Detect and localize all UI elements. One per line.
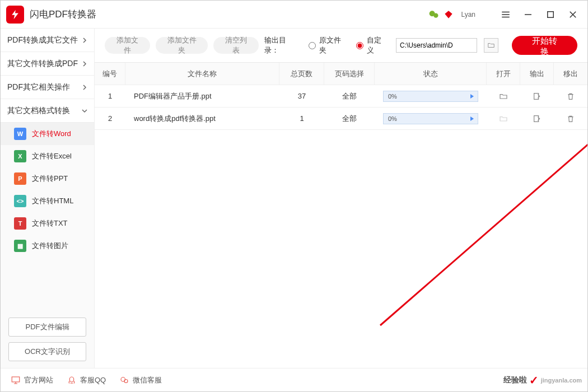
wechat-icon[interactable]	[428, 9, 440, 20]
cell-status: 0%	[375, 85, 487, 107]
export-icon[interactable]	[531, 113, 543, 124]
sidebar-item-label: 文件转HTML	[32, 196, 73, 206]
sidebar-item-label: 文件转Word	[32, 129, 71, 139]
sidebar-cat-other-formats[interactable]: 其它文档格式转换	[1, 99, 94, 123]
svg-rect-2	[548, 11, 554, 17]
ocr-button[interactable]: OCR文字识别	[8, 342, 86, 361]
lightning-icon	[10, 9, 21, 20]
file-table: 编号 文件名称 总页数 页码选择 状态 打开 输出 移出 1 PDF编辑器产品手…	[95, 62, 587, 130]
output-dir-label: 输出目录：	[264, 35, 298, 55]
svg-point-7	[124, 379, 128, 382]
delete-icon[interactable]	[565, 91, 576, 102]
play-icon[interactable]	[466, 91, 478, 102]
sidebar-item-to-ppt[interactable]: P 文件转PPT	[1, 167, 94, 190]
footer: 官方网站 客服QQ 微信客服	[1, 368, 587, 391]
col-remove: 移出	[554, 63, 587, 85]
excel-icon: X	[14, 150, 26, 162]
export-icon[interactable]	[531, 91, 543, 102]
svg-point-5	[69, 377, 74, 382]
col-status: 状态	[375, 63, 487, 85]
sidebar-cat-label: PDF其它相关操作	[7, 82, 70, 92]
chevron-right-icon	[82, 61, 87, 67]
sidebar-item-to-txt[interactable]: T 文件转TXT	[1, 212, 94, 235]
official-site-link[interactable]: 官方网站	[11, 375, 53, 385]
app-window: 闪电PDF转换器 Lyan PDF转换成其它文件 其它文件转换成PDF PDF其…	[0, 0, 588, 392]
footer-link-label: 官方网站	[24, 375, 53, 385]
qq-support-link[interactable]: 客服QQ	[67, 375, 106, 385]
add-folder-button[interactable]: 添加文件夹	[156, 37, 208, 54]
col-id: 编号	[95, 63, 125, 85]
word-icon: W	[14, 128, 26, 140]
progress-bar[interactable]: 0%	[383, 91, 478, 102]
title-bar: 闪电PDF转换器 Lyan	[1, 1, 587, 29]
vip-icon[interactable]	[444, 10, 453, 19]
col-open: 打开	[487, 63, 520, 85]
radio-original-folder[interactable]: 原文件夹	[309, 35, 346, 55]
cell-page-select[interactable]: 全部	[324, 85, 375, 107]
sidebar-cat-pdf-ops[interactable]: PDF其它相关操作	[1, 76, 94, 99]
sidebar-item-to-image[interactable]: ▦ 文件转图片	[1, 235, 94, 257]
annotation-arrow	[363, 101, 587, 337]
open-folder-icon	[498, 113, 509, 124]
table-header: 编号 文件名称 总页数 页码选择 状态 打开 输出 移出	[95, 63, 587, 85]
sidebar-item-to-html[interactable]: <> 文件转HTML	[1, 190, 94, 212]
cell-id: 2	[95, 108, 125, 129]
add-file-button[interactable]: 添加文件	[105, 37, 150, 54]
txt-icon: T	[14, 217, 26, 230]
sidebar-item-to-word[interactable]: W 文件转Word	[1, 123, 94, 145]
open-folder-icon[interactable]	[498, 91, 509, 102]
output-path-input[interactable]	[396, 38, 477, 53]
chevron-down-icon	[82, 108, 87, 114]
cell-id: 1	[95, 85, 125, 107]
cell-pages: 1	[279, 108, 324, 129]
ppt-icon: P	[14, 172, 26, 185]
title-actions: Lyan	[428, 6, 582, 24]
delete-icon[interactable]	[565, 113, 576, 124]
svg-line-3	[380, 106, 587, 325]
pdf-edit-button[interactable]: PDF文件编辑	[8, 318, 86, 337]
svg-point-1	[434, 13, 438, 17]
footer-link-label: 客服QQ	[80, 375, 106, 385]
monitor-icon	[11, 375, 21, 385]
cell-page-select[interactable]: 全部	[324, 108, 375, 129]
check-icon: ✓	[529, 374, 539, 387]
progress-bar[interactable]: 0%	[383, 113, 478, 124]
sidebar: PDF转换成其它文件 其它文件转换成PDF PDF其它相关操作 其它文档格式转换…	[1, 29, 95, 368]
sidebar-cat-label: PDF转换成其它文件	[7, 35, 78, 45]
app-title: 闪电PDF转换器	[30, 8, 96, 21]
sidebar-item-label: 文件转PPT	[32, 174, 68, 184]
browse-folder-button[interactable]	[484, 38, 499, 53]
qq-icon	[67, 375, 77, 385]
cell-filename: word转换成pdf转换器.ppt	[125, 108, 279, 129]
sidebar-cat-pdf-to-other[interactable]: PDF转换成其它文件	[1, 29, 94, 52]
progress-text: 0%	[388, 115, 397, 122]
sidebar-cat-other-to-pdf[interactable]: 其它文件转换成PDF	[1, 52, 94, 76]
col-page-select: 页码选择	[324, 63, 375, 85]
svg-rect-4	[12, 377, 20, 382]
minimize-button[interactable]	[519, 6, 537, 24]
toolbar: 添加文件 添加文件夹 清空列表 输出目录： 原文件夹 自定义 开始转换	[95, 29, 587, 62]
sidebar-item-to-excel[interactable]: X 文件转Excel	[1, 145, 94, 167]
wechat-support-link[interactable]: 微信客服	[119, 375, 162, 385]
maximize-button[interactable]	[542, 6, 559, 24]
chevron-right-icon	[82, 85, 87, 90]
sidebar-cat-label: 其它文件转换成PDF	[7, 59, 78, 69]
cell-filename: PDF编辑器产品手册.ppt	[125, 85, 279, 107]
play-icon[interactable]	[466, 113, 478, 124]
sidebar-item-label: 文件转图片	[32, 241, 68, 251]
sidebar-item-label: 文件转TXT	[32, 218, 68, 228]
start-convert-button[interactable]: 开始转换	[512, 36, 577, 55]
clear-list-button[interactable]: 清空列表	[213, 37, 259, 54]
menu-button[interactable]	[497, 6, 515, 24]
close-button[interactable]	[564, 6, 582, 24]
radio-custom-folder[interactable]: 自定义	[356, 35, 387, 55]
watermark: 经验啦 ✓ jingyanla.com	[503, 374, 582, 387]
cell-pages: 37	[279, 85, 324, 107]
col-pages: 总页数	[279, 63, 324, 85]
cell-status: 0%	[375, 108, 487, 129]
col-name: 文件名称	[125, 63, 279, 85]
user-name[interactable]: Lyan	[461, 11, 475, 18]
chevron-right-icon	[82, 38, 87, 43]
sidebar-bottom: PDF文件编辑 OCR文字识别	[1, 311, 94, 368]
table-row: 2 word转换成pdf转换器.ppt 1 全部 0%	[95, 108, 587, 130]
